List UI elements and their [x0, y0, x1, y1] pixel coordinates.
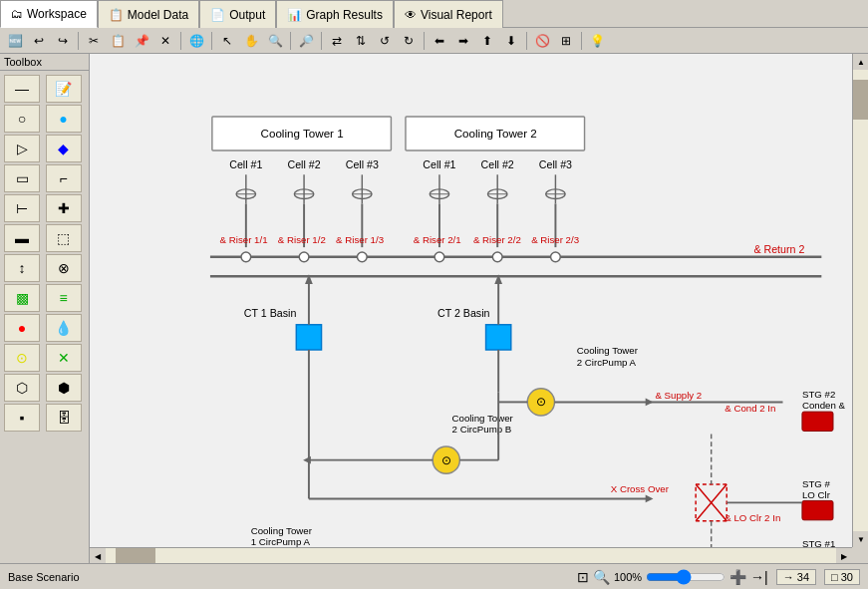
scrollbar-vertical[interactable]: ▲ ▼ — [852, 54, 868, 547]
svg-text:& Riser 1/1: & Riser 1/1 — [220, 234, 268, 245]
toolbox-item-label[interactable]: 📝 — [46, 75, 82, 103]
svg-text:Cooling Tower 1: Cooling Tower 1 — [261, 127, 344, 140]
svg-point-44 — [357, 252, 367, 262]
flip-h-button[interactable]: ⇄ — [326, 31, 348, 51]
toolbox-item-corner[interactable]: ⌐ — [46, 164, 82, 192]
toolbox-item-hexfill[interactable]: ⬢ — [46, 374, 82, 402]
main-area: Toolbox — 📝 ○ ● ▷ ◆ ▭ ⌐ ⊢ ✚ ▬ ⬚ ↕ ⊗ ▩ ≡ … — [0, 54, 868, 563]
scroll-down-button[interactable]: ▼ — [853, 531, 868, 547]
visual-report-icon: 👁 — [405, 8, 417, 22]
svg-text:& Return 2: & Return 2 — [753, 243, 804, 255]
tab-graph-results[interactable]: 📊 Graph Results — [276, 0, 394, 28]
output-icon: 📄 — [210, 8, 225, 22]
scroll-thumb-v[interactable] — [853, 80, 868, 120]
svg-text:& Riser 2/3: & Riser 2/3 — [531, 234, 579, 245]
zoom-button[interactable]: 🔍 — [264, 31, 286, 51]
redo-button[interactable]: ↪ — [52, 31, 74, 51]
delete-button[interactable]: ✕ — [154, 31, 176, 51]
rotate-left-button[interactable]: ↺ — [374, 31, 396, 51]
scroll-track-v[interactable] — [853, 70, 868, 531]
toolbox-item-tee[interactable]: ⊢ — [4, 194, 40, 222]
toolbox-item-block[interactable]: ▬ — [4, 224, 40, 252]
toolbox-item-xcross[interactable]: ⊗ — [46, 254, 82, 282]
toolbox-item-red[interactable]: ● — [4, 314, 40, 342]
svg-text:& Supply 2: & Supply 2 — [655, 391, 702, 402]
paste-button[interactable]: 📌 — [131, 31, 152, 51]
toolbox-item-pump[interactable]: ⊙ — [4, 344, 40, 372]
svg-point-45 — [434, 252, 444, 262]
hand-button[interactable]: ✋ — [240, 31, 262, 51]
sep7 — [526, 32, 527, 50]
svg-text:2 CircPump B: 2 CircPump B — [452, 424, 512, 435]
svg-point-46 — [492, 252, 502, 262]
scroll-up-button[interactable]: ▲ — [853, 54, 868, 70]
tab-workspace[interactable]: 🗂 Workspace — [0, 0, 98, 28]
svg-text:STG #: STG # — [802, 478, 831, 489]
toolbox-item-rect[interactable]: ▭ — [4, 164, 40, 192]
svg-text:Cell #3: Cell #3 — [539, 158, 572, 170]
toolbox-item-cross[interactable]: ✚ — [46, 194, 82, 222]
new-button[interactable]: 🆕 — [4, 31, 26, 51]
status-bar: Base Scenario ⊡ 🔍 100% ➕ →| → 34 □ 30 — [0, 563, 868, 589]
svg-text:X Cross Over: X Cross Over — [611, 483, 670, 494]
toolbox-item-hex[interactable]: ⬡ — [4, 374, 40, 402]
scrollbar-horizontal[interactable]: ◀ ▶ — [90, 547, 852, 563]
workspace-icon: 🗂 — [11, 7, 23, 21]
zoom-level: 100% — [614, 571, 642, 583]
zoom-fit-button[interactable]: →| — [750, 569, 768, 585]
svg-text:Cell #1: Cell #1 — [423, 158, 455, 170]
align-right-button[interactable]: ➡ — [452, 31, 474, 51]
toolbox-item-box[interactable]: ▪ — [4, 404, 40, 432]
toolbox-item-lines[interactable]: ≡ — [46, 284, 82, 312]
svg-rect-55 — [486, 325, 511, 350]
tab-model-data[interactable]: 📋 Model Data — [98, 0, 199, 28]
find-button[interactable]: 🔎 — [295, 31, 317, 51]
toolbox-item-triangle[interactable]: ▷ — [4, 135, 40, 162]
svg-text:LO Clr: LO Clr — [802, 489, 831, 500]
rotate-right-button[interactable]: ↻ — [398, 31, 420, 51]
svg-point-47 — [551, 252, 561, 262]
toolbox-item-pipe[interactable]: — — [4, 75, 40, 103]
toolbox-item-filled-circle[interactable]: ● — [46, 105, 82, 133]
align-bottom-button[interactable]: ⬇ — [500, 31, 522, 51]
svg-text:CT 1 Basin: CT 1 Basin — [244, 307, 297, 319]
toolbox-item-shelf[interactable]: 🗄 — [46, 404, 82, 432]
scroll-thumb-h[interactable] — [116, 548, 155, 563]
zoom-out-button[interactable]: 🔍 — [593, 569, 610, 585]
toolbox-panel: Toolbox — 📝 ○ ● ▷ ◆ ▭ ⌐ ⊢ ✚ ▬ ⬚ ↕ ⊗ ▩ ≡ … — [0, 54, 90, 563]
toolbox-item-grid2[interactable]: ▩ — [4, 284, 40, 312]
toolbox-item-valve[interactable]: ✕ — [46, 344, 82, 372]
align-left-button[interactable]: ⬅ — [429, 31, 450, 51]
tab-visual-report[interactable]: 👁 Visual Report — [394, 0, 503, 28]
cut-button[interactable]: ✂ — [83, 31, 105, 51]
toolbox-title: Toolbox — [0, 54, 89, 71]
sep4 — [290, 32, 291, 50]
toolbox-item-dashed[interactable]: ⬚ — [46, 224, 82, 252]
tab-output[interactable]: 📄 Output — [199, 0, 276, 28]
zoom-in-button[interactable]: ➕ — [729, 569, 746, 585]
toolbox-item-drop[interactable]: 💧 — [46, 314, 82, 342]
toolbox-item-circle[interactable]: ○ — [4, 105, 40, 133]
undo-button[interactable]: ↩ — [28, 31, 50, 51]
align-top-button[interactable]: ⬆ — [476, 31, 498, 51]
select-button[interactable]: ↖ — [216, 31, 238, 51]
svg-rect-84 — [802, 412, 833, 431]
copy-button[interactable]: 📋 — [107, 31, 129, 51]
svg-text:2 CircPump A: 2 CircPump A — [577, 357, 637, 368]
light-button[interactable]: 💡 — [586, 31, 608, 51]
scroll-right-button[interactable]: ▶ — [836, 548, 852, 563]
globe-button[interactable]: 🌐 — [185, 31, 207, 51]
grid-button[interactable]: ⊞ — [555, 31, 577, 51]
fit-button[interactable]: ⊡ — [577, 569, 589, 585]
zoom-slider[interactable] — [646, 569, 725, 585]
scroll-left-button[interactable]: ◀ — [90, 548, 106, 563]
flip-v-button[interactable]: ⇅ — [350, 31, 372, 51]
sep8 — [581, 32, 582, 50]
scroll-track-h[interactable] — [106, 548, 836, 563]
no-button[interactable]: 🚫 — [531, 31, 553, 51]
sep1 — [78, 32, 79, 50]
toolbox-item-diamond[interactable]: ◆ — [46, 135, 82, 162]
toolbox-item-vert[interactable]: ↕ — [4, 254, 40, 282]
canvas-area[interactable]: Cooling Tower 1 Cooling Tower 2 Cell #1 … — [90, 54, 868, 563]
svg-text:& Riser 1/2: & Riser 1/2 — [278, 234, 326, 245]
